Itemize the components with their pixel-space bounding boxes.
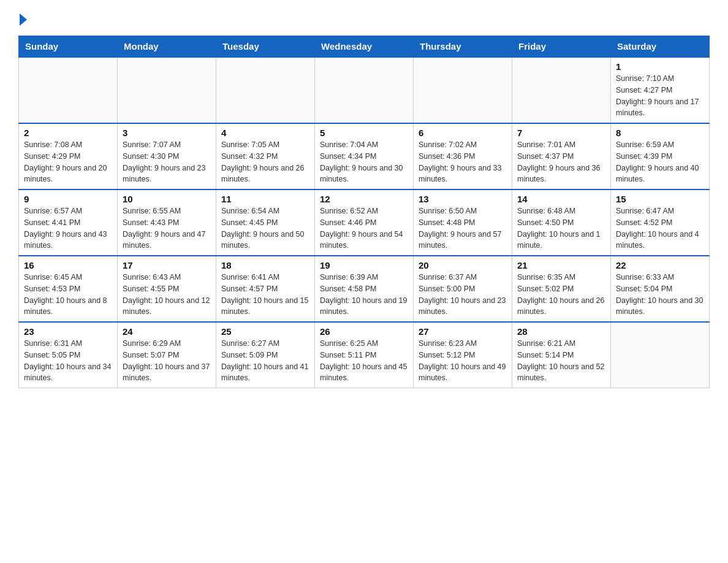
weekday-header-monday: Monday bbox=[118, 36, 216, 58]
weekday-header-sunday: Sunday bbox=[19, 36, 118, 58]
calendar-day-cell: 8Sunrise: 6:59 AM Sunset: 4:39 PM Daylig… bbox=[611, 123, 710, 190]
calendar-day-cell: 23Sunrise: 6:31 AM Sunset: 5:05 PM Dayli… bbox=[19, 322, 118, 388]
day-info: Sunrise: 7:05 AM Sunset: 4:32 PM Dayligh… bbox=[221, 139, 309, 185]
day-info: Sunrise: 6:27 AM Sunset: 5:09 PM Dayligh… bbox=[221, 338, 309, 384]
day-info: Sunrise: 6:57 AM Sunset: 4:41 PM Dayligh… bbox=[24, 205, 112, 251]
calendar-day-cell: 25Sunrise: 6:27 AM Sunset: 5:09 PM Dayli… bbox=[216, 322, 315, 388]
day-number: 22 bbox=[616, 260, 704, 270]
calendar-day-cell bbox=[414, 57, 512, 123]
day-info: Sunrise: 6:47 AM Sunset: 4:52 PM Dayligh… bbox=[616, 205, 704, 251]
day-number: 14 bbox=[517, 194, 605, 204]
day-info: Sunrise: 7:08 AM Sunset: 4:29 PM Dayligh… bbox=[24, 139, 112, 185]
day-info: Sunrise: 6:55 AM Sunset: 4:43 PM Dayligh… bbox=[123, 205, 211, 251]
day-number: 11 bbox=[221, 194, 309, 204]
day-info: Sunrise: 6:54 AM Sunset: 4:45 PM Dayligh… bbox=[221, 205, 309, 251]
calendar-week-row: 23Sunrise: 6:31 AM Sunset: 5:05 PM Dayli… bbox=[19, 322, 710, 388]
day-info: Sunrise: 6:43 AM Sunset: 4:55 PM Dayligh… bbox=[123, 272, 211, 318]
weekday-header-saturday: Saturday bbox=[611, 36, 710, 58]
weekday-header-friday: Friday bbox=[512, 36, 611, 58]
day-number: 24 bbox=[123, 326, 211, 337]
calendar-day-cell: 10Sunrise: 6:55 AM Sunset: 4:43 PM Dayli… bbox=[118, 190, 216, 256]
calendar-day-cell bbox=[216, 57, 315, 123]
day-number: 1 bbox=[616, 61, 704, 72]
day-number: 25 bbox=[221, 326, 309, 337]
calendar-day-cell: 5Sunrise: 7:04 AM Sunset: 4:34 PM Daylig… bbox=[315, 123, 414, 190]
weekday-header-row: SundayMondayTuesdayWednesdayThursdayFrid… bbox=[19, 36, 710, 58]
day-info: Sunrise: 6:33 AM Sunset: 5:04 PM Dayligh… bbox=[616, 272, 704, 318]
calendar-day-cell bbox=[19, 57, 118, 123]
day-number: 26 bbox=[320, 326, 408, 337]
day-info: Sunrise: 6:50 AM Sunset: 4:48 PM Dayligh… bbox=[419, 205, 507, 251]
calendar-day-cell: 15Sunrise: 6:47 AM Sunset: 4:52 PM Dayli… bbox=[611, 190, 710, 256]
calendar-day-cell: 21Sunrise: 6:35 AM Sunset: 5:02 PM Dayli… bbox=[512, 256, 611, 322]
day-info: Sunrise: 6:29 AM Sunset: 5:07 PM Dayligh… bbox=[123, 338, 211, 384]
day-info: Sunrise: 6:21 AM Sunset: 5:14 PM Dayligh… bbox=[517, 338, 605, 384]
day-info: Sunrise: 6:23 AM Sunset: 5:12 PM Dayligh… bbox=[419, 338, 507, 384]
calendar-day-cell: 24Sunrise: 6:29 AM Sunset: 5:07 PM Dayli… bbox=[118, 322, 216, 388]
weekday-header-wednesday: Wednesday bbox=[315, 36, 414, 58]
day-number: 3 bbox=[123, 128, 211, 138]
day-info: Sunrise: 7:04 AM Sunset: 4:34 PM Dayligh… bbox=[320, 139, 408, 185]
calendar-day-cell: 4Sunrise: 7:05 AM Sunset: 4:32 PM Daylig… bbox=[216, 123, 315, 190]
calendar-day-cell: 9Sunrise: 6:57 AM Sunset: 4:41 PM Daylig… bbox=[19, 190, 118, 256]
day-number: 9 bbox=[24, 194, 112, 204]
page-header bbox=[18, 12, 710, 26]
day-number: 27 bbox=[419, 326, 507, 337]
calendar-day-cell: 20Sunrise: 6:37 AM Sunset: 5:00 PM Dayli… bbox=[414, 256, 512, 322]
calendar-week-row: 9Sunrise: 6:57 AM Sunset: 4:41 PM Daylig… bbox=[19, 190, 710, 256]
calendar-day-cell bbox=[512, 57, 611, 123]
logo-arrow-icon bbox=[20, 13, 27, 26]
day-info: Sunrise: 7:02 AM Sunset: 4:36 PM Dayligh… bbox=[419, 139, 507, 185]
day-number: 16 bbox=[24, 260, 112, 270]
day-number: 20 bbox=[419, 260, 507, 270]
calendar-day-cell: 2Sunrise: 7:08 AM Sunset: 4:29 PM Daylig… bbox=[19, 123, 118, 190]
calendar-day-cell bbox=[611, 322, 710, 388]
calendar-body: 1Sunrise: 7:10 AM Sunset: 4:27 PM Daylig… bbox=[19, 57, 710, 388]
calendar-day-cell: 19Sunrise: 6:39 AM Sunset: 4:58 PM Dayli… bbox=[315, 256, 414, 322]
calendar-day-cell: 6Sunrise: 7:02 AM Sunset: 4:36 PM Daylig… bbox=[414, 123, 512, 190]
calendar-day-cell: 27Sunrise: 6:23 AM Sunset: 5:12 PM Dayli… bbox=[414, 322, 512, 388]
calendar-day-cell: 17Sunrise: 6:43 AM Sunset: 4:55 PM Dayli… bbox=[118, 256, 216, 322]
calendar-day-cell: 18Sunrise: 6:41 AM Sunset: 4:57 PM Dayli… bbox=[216, 256, 315, 322]
calendar-table: SundayMondayTuesdayWednesdayThursdayFrid… bbox=[18, 36, 710, 388]
calendar-day-cell: 28Sunrise: 6:21 AM Sunset: 5:14 PM Dayli… bbox=[512, 322, 611, 388]
day-number: 7 bbox=[517, 128, 605, 138]
calendar-day-cell: 22Sunrise: 6:33 AM Sunset: 5:04 PM Dayli… bbox=[611, 256, 710, 322]
calendar-day-cell: 1Sunrise: 7:10 AM Sunset: 4:27 PM Daylig… bbox=[611, 57, 710, 123]
calendar-day-cell: 12Sunrise: 6:52 AM Sunset: 4:46 PM Dayli… bbox=[315, 190, 414, 256]
day-info: Sunrise: 6:45 AM Sunset: 4:53 PM Dayligh… bbox=[24, 272, 112, 318]
weekday-header-tuesday: Tuesday bbox=[216, 36, 315, 58]
calendar-day-cell: 13Sunrise: 6:50 AM Sunset: 4:48 PM Dayli… bbox=[414, 190, 512, 256]
day-number: 28 bbox=[517, 326, 605, 337]
day-info: Sunrise: 6:41 AM Sunset: 4:57 PM Dayligh… bbox=[221, 272, 309, 318]
day-number: 15 bbox=[616, 194, 704, 204]
day-number: 2 bbox=[24, 128, 112, 138]
calendar-day-cell: 26Sunrise: 6:25 AM Sunset: 5:11 PM Dayli… bbox=[315, 322, 414, 388]
calendar-header: SundayMondayTuesdayWednesdayThursdayFrid… bbox=[19, 36, 710, 58]
day-info: Sunrise: 6:39 AM Sunset: 4:58 PM Dayligh… bbox=[320, 272, 408, 318]
calendar-day-cell: 11Sunrise: 6:54 AM Sunset: 4:45 PM Dayli… bbox=[216, 190, 315, 256]
day-number: 23 bbox=[24, 326, 112, 337]
day-number: 17 bbox=[123, 260, 211, 270]
calendar-day-cell bbox=[118, 57, 216, 123]
day-info: Sunrise: 6:59 AM Sunset: 4:39 PM Dayligh… bbox=[616, 139, 704, 185]
day-number: 21 bbox=[517, 260, 605, 270]
calendar-day-cell: 7Sunrise: 7:01 AM Sunset: 4:37 PM Daylig… bbox=[512, 123, 611, 190]
day-info: Sunrise: 7:01 AM Sunset: 4:37 PM Dayligh… bbox=[517, 139, 605, 185]
day-number: 4 bbox=[221, 128, 309, 138]
day-info: Sunrise: 6:25 AM Sunset: 5:11 PM Dayligh… bbox=[320, 338, 408, 384]
weekday-header-thursday: Thursday bbox=[414, 36, 512, 58]
calendar-day-cell bbox=[315, 57, 414, 123]
day-number: 13 bbox=[419, 194, 507, 204]
calendar-week-row: 2Sunrise: 7:08 AM Sunset: 4:29 PM Daylig… bbox=[19, 123, 710, 190]
day-info: Sunrise: 6:48 AM Sunset: 4:50 PM Dayligh… bbox=[517, 205, 605, 251]
calendar-week-row: 1Sunrise: 7:10 AM Sunset: 4:27 PM Daylig… bbox=[19, 57, 710, 123]
logo bbox=[18, 12, 27, 26]
day-info: Sunrise: 6:31 AM Sunset: 5:05 PM Dayligh… bbox=[24, 338, 112, 384]
calendar-day-cell: 14Sunrise: 6:48 AM Sunset: 4:50 PM Dayli… bbox=[512, 190, 611, 256]
day-number: 10 bbox=[123, 194, 211, 204]
calendar-week-row: 16Sunrise: 6:45 AM Sunset: 4:53 PM Dayli… bbox=[19, 256, 710, 322]
day-number: 18 bbox=[221, 260, 309, 270]
day-number: 8 bbox=[616, 128, 704, 138]
day-info: Sunrise: 7:07 AM Sunset: 4:30 PM Dayligh… bbox=[123, 139, 211, 185]
